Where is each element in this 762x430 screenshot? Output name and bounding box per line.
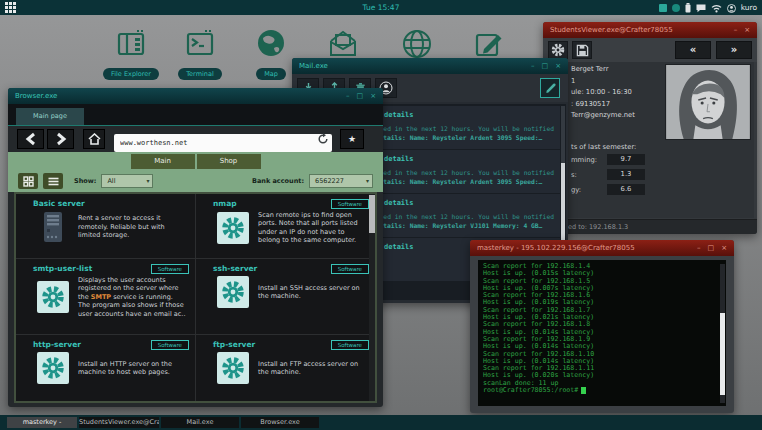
chevron-down-icon: ▾ <box>366 175 369 187</box>
maximize-button[interactable]: □ <box>357 92 364 100</box>
store-item-smtp-user-list[interactable]: smtp-user-list Software Displays the use… <box>16 259 195 334</box>
battery-icon[interactable] <box>685 0 691 17</box>
item-description: Scan remote ips to find open ports. Note… <box>258 211 367 245</box>
chat-icon[interactable] <box>696 0 706 17</box>
url-input[interactable] <box>114 134 332 152</box>
grade-label: s: <box>571 171 607 179</box>
pencil-edit-icon <box>472 27 506 61</box>
details-link[interactable]: details <box>384 199 414 207</box>
details-link[interactable]: details <box>384 243 414 251</box>
user-icon[interactable] <box>727 0 736 17</box>
item-description: Install an FTP access server on the mach… <box>258 360 367 377</box>
back-button[interactable] <box>17 129 44 149</box>
item-description: Install an SSH access server on the mach… <box>258 284 367 301</box>
taskbar-item-masterkey[interactable]: masterkey - <box>7 417 77 428</box>
close-button[interactable]: × <box>555 62 561 70</box>
close-button[interactable]: × <box>721 244 727 252</box>
bookmark-button[interactable]: ★ <box>340 129 364 149</box>
grade-value: 1.3 <box>607 169 645 180</box>
software-badge: Software <box>331 340 369 350</box>
details-link[interactable]: details <box>384 155 414 163</box>
maximize-button[interactable]: □ <box>542 62 549 70</box>
map-globe-icon <box>254 27 288 61</box>
system-tray: kuro <box>659 0 757 15</box>
studentsviewer-titlebar[interactable]: StudentsViewer.exe@Crafter78055 – × <box>543 22 757 38</box>
smtp-highlight: SMTP <box>91 293 111 301</box>
grade-row: s: 1.3 <box>571 169 645 180</box>
desktop-icon-mail[interactable] <box>307 27 379 61</box>
wifi-icon[interactable] <box>711 0 722 17</box>
mail-envelope-icon <box>326 27 360 61</box>
next-student-button[interactable]: » <box>716 41 752 59</box>
grid-view-button[interactable] <box>18 173 38 189</box>
back-arrow-icon <box>25 132 37 146</box>
item-title: Basic server <box>33 199 187 208</box>
terminal-screen[interactable]: Scan report for 192.168.1.4 Host is up. … <box>478 260 726 406</box>
tray-square-icon[interactable] <box>659 4 667 12</box>
forward-arrow-icon <box>55 132 67 146</box>
store-item-http-server[interactable]: http-server Software Install an HTTP ser… <box>16 335 195 401</box>
mail-snippet-line2: . Details: Name: Reysteler Ardent 3095 S… <box>368 134 542 141</box>
minimize-button[interactable]: – <box>346 92 350 100</box>
maximize-button[interactable]: □ <box>708 244 715 252</box>
save-button[interactable] <box>572 41 592 59</box>
desktop-icon-file-explorer[interactable]: File Explorer <box>95 27 167 80</box>
settings-button[interactable] <box>548 41 568 59</box>
terminal-window: masterkey - 195.102.229.156@Crafter78055… <box>470 240 734 413</box>
desktop-icon-browser[interactable] <box>381 27 453 61</box>
refresh-icon[interactable] <box>317 133 329 145</box>
desktop-icon-terminal[interactable]: Terminal <box>164 27 236 80</box>
store-item-ssh-server[interactable]: ssh-server Software Install an SSH acces… <box>196 259 375 334</box>
site-tab-shop[interactable]: Shop <box>197 154 261 169</box>
chevron-down-icon: ▾ <box>146 175 149 187</box>
minimize-button[interactable]: – <box>531 62 535 70</box>
software-gear-icon <box>37 352 69 384</box>
student-email: Terr@genzyme.net <box>571 110 635 122</box>
student-id: : 69130517 <box>571 99 635 111</box>
close-button[interactable]: × <box>744 26 750 34</box>
taskbar-item-browser[interactable]: Browser.exe <box>241 417 319 428</box>
browser-navbar: ★ <box>8 126 383 152</box>
taskbar-item-mail[interactable]: Mail.exe <box>161 417 239 428</box>
prev-student-button[interactable]: « <box>675 41 711 59</box>
compose-button[interactable] <box>540 78 560 98</box>
clock: Tue 15:47 <box>363 3 400 12</box>
browser-title: Browser.exe <box>15 92 346 100</box>
floppy-save-icon <box>576 44 589 57</box>
mail-snippet-line2: . Details: Name: Reysteler Ardent 3095 S… <box>368 178 542 185</box>
desktop-label-file-explorer: File Explorer <box>103 68 159 80</box>
taskbar-item-studentsviewer[interactable]: StudentsViewer.exe@Crafter <box>79 417 159 428</box>
browser-scrollbar[interactable] <box>369 194 375 401</box>
minimize-button[interactable]: – <box>734 26 738 34</box>
minimize-button[interactable]: – <box>697 244 701 252</box>
close-button[interactable]: × <box>370 92 376 100</box>
show-filter-select[interactable]: All ▾ <box>101 174 153 188</box>
browser-window: Browser.exe – □ × Main page <box>8 88 383 407</box>
student-info: Berget Terr 1 ule: 10:00 - 16:30 : 69130… <box>571 64 635 122</box>
tray-circle-icon[interactable] <box>672 4 680 12</box>
store-item-ftp-server[interactable]: ftp-server Software Install an FTP acces… <box>196 335 375 401</box>
details-link[interactable]: details <box>384 111 414 119</box>
username-label[interactable]: kuro <box>741 3 757 12</box>
terminal-titlebar[interactable]: masterkey - 195.102.229.156@Crafter78055… <box>470 240 734 256</box>
terminal-title: masterkey - 195.102.229.156@Crafter78055 <box>477 244 697 252</box>
browser-tab-main-page[interactable]: Main page <box>16 108 84 125</box>
terminal-cursor <box>581 387 586 394</box>
terminal-scrollbar[interactable] <box>720 264 725 403</box>
forward-button[interactable] <box>47 129 74 149</box>
list-view-button[interactable] <box>43 173 63 189</box>
store-item-nmap[interactable]: nmap Software Scan remote ips to find op… <box>196 194 375 258</box>
browser-titlebar[interactable]: Browser.exe – □ × <box>8 88 383 104</box>
apps-grid-icon[interactable] <box>5 2 16 13</box>
store-item-basic-server[interactable]: Basic server Rent a server to access it … <box>16 194 195 258</box>
terminal-icon <box>183 27 217 61</box>
site-tab-main[interactable]: Main <box>131 154 195 169</box>
desktop-icon-editor[interactable] <box>453 27 525 61</box>
software-gear-icon <box>217 276 249 308</box>
network-globe-icon <box>400 27 434 61</box>
mail-snippet-line1: alled in the next 12 hours. You will be … <box>372 125 554 132</box>
mail-titlebar[interactable]: Mail.exe – □ × <box>292 58 568 74</box>
bank-account-select[interactable]: 6562227 ▾ <box>309 174 373 188</box>
grade-row: gy: 6.6 <box>571 184 645 195</box>
home-button[interactable] <box>83 129 105 149</box>
